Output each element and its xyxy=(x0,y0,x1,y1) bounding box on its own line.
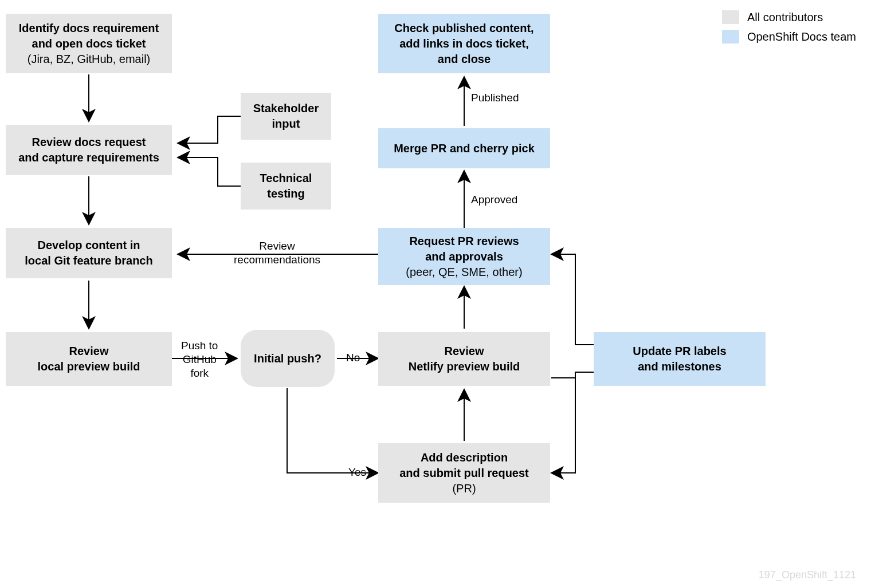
node-subtext: (PR) xyxy=(452,481,476,496)
edge-label-push: Push to GitHub fork xyxy=(181,339,218,380)
edge-label-line: GitHub xyxy=(181,353,218,366)
node-text: and milestones xyxy=(638,359,721,374)
legend-swatch-gray xyxy=(722,10,739,24)
node-text: input xyxy=(272,116,300,132)
edge-label-yes: Yes xyxy=(348,466,366,479)
node-develop-content: Develop content in local Git feature bra… xyxy=(6,228,172,278)
node-text: Identify docs requirement xyxy=(19,21,159,36)
node-text: local Git feature branch xyxy=(25,253,152,269)
node-text: and submit pull request xyxy=(399,465,529,481)
node-text: Add description xyxy=(421,450,508,465)
node-text: Merge PR and cherry pick xyxy=(394,141,535,156)
edge-label-no: No xyxy=(346,352,360,364)
node-subtext: (peer, QE, SME, other) xyxy=(406,265,522,280)
node-subtext: (Jira, BZ, GitHub, email) xyxy=(28,52,150,67)
node-stakeholder-input: Stakeholder input xyxy=(241,93,331,140)
node-text: Technical xyxy=(260,171,312,186)
node-text: Request PR reviews xyxy=(409,234,519,249)
edge-label-line: Push to xyxy=(181,339,218,353)
node-text: Netlify preview build xyxy=(409,359,520,374)
edge-label-published: Published xyxy=(471,92,519,104)
node-netlify-preview: Review Netlify preview build xyxy=(378,332,550,386)
node-identify: Identify docs requirement and open docs … xyxy=(6,14,172,73)
node-update-labels: Update PR labels and milestones xyxy=(594,332,766,386)
node-text: testing xyxy=(267,186,305,202)
node-text: and close xyxy=(438,52,491,67)
node-text: Update PR labels xyxy=(633,344,726,359)
edge-label-line: Review xyxy=(234,239,320,253)
node-text: add links in docs ticket, xyxy=(399,36,529,52)
node-add-pr: Add description and submit pull request … xyxy=(378,443,550,503)
node-review-request: Review docs request and capture requirem… xyxy=(6,125,172,175)
node-text: and approvals xyxy=(425,249,503,265)
node-local-preview: Review local preview build xyxy=(6,332,172,386)
legend-swatch-blue xyxy=(722,30,739,44)
legend-item-all: All contributors xyxy=(722,10,856,24)
node-text: Review xyxy=(445,344,484,359)
edge-label-line: recommendations xyxy=(234,253,320,267)
node-text: Develop content in xyxy=(38,238,140,253)
node-technical-testing: Technical testing xyxy=(241,163,331,210)
node-check-published: Check published content, add links in do… xyxy=(378,14,550,73)
node-request-reviews: Request PR reviews and approvals (peer, … xyxy=(378,228,550,285)
legend-item-docs: OpenShift Docs team xyxy=(722,30,856,44)
edge-label-line: fork xyxy=(181,366,218,380)
node-text: and open docs ticket xyxy=(32,36,146,52)
legend-label: All contributors xyxy=(747,11,823,24)
node-merge-pr: Merge PR and cherry pick xyxy=(378,128,550,168)
node-text: Review docs request xyxy=(32,135,146,150)
legend: All contributors OpenShift Docs team xyxy=(722,10,856,49)
edge-label-approved: Approved xyxy=(471,194,517,206)
node-text: Initial push? xyxy=(254,351,321,366)
flowchart-canvas: Identify docs requirement and open docs … xyxy=(0,0,871,588)
node-decision-initial-push: Initial push? xyxy=(241,330,335,387)
node-text: Check published content, xyxy=(394,21,533,36)
edge-label-recommendations: Review recommendations xyxy=(234,239,320,267)
node-text: local preview build xyxy=(38,359,140,374)
node-text: Review xyxy=(69,344,109,359)
node-text: Stakeholder xyxy=(253,101,319,116)
legend-label: OpenShift Docs team xyxy=(747,30,856,44)
watermark: 197_OpenShift_1121 xyxy=(759,569,856,581)
node-text: and capture requirements xyxy=(18,150,159,165)
